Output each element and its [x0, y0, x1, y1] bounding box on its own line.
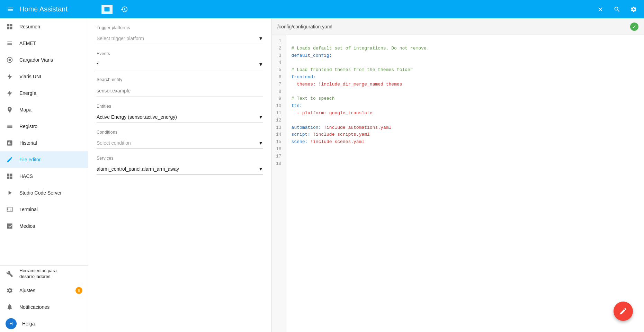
- search-entity-row: [97, 85, 263, 97]
- studio-code-icon: [6, 189, 14, 197]
- content-area: Trigger platforms Select trigger platfor…: [88, 18, 644, 332]
- services-value: alarm_control_panel.alarm_arm_away: [97, 166, 258, 172]
- entities-dropdown[interactable]: Active Energy (sensor.active_energy) ▼: [97, 111, 263, 123]
- events-dropdown[interactable]: * ▼: [97, 59, 263, 70]
- menu-icon[interactable]: [6, 5, 15, 14]
- close-icon[interactable]: [596, 5, 605, 14]
- line-numbers: 1 2 3 4 5 6 7 8 9 10 11 12 13 14 15 16 1: [272, 35, 286, 332]
- editor-header: /config/configuration.yaml ✓: [272, 18, 644, 35]
- sidebar: Resumen AEMET Cargador Viaris Viaris UNI…: [0, 18, 88, 332]
- sidebar-item-terminal[interactable]: Terminal: [0, 201, 88, 218]
- sidebar-label-mapa: Mapa: [19, 107, 32, 113]
- resumen-icon: [6, 23, 14, 31]
- sidebar-label-medios: Medios: [19, 223, 35, 229]
- energia-icon: [6, 89, 14, 97]
- search-icon[interactable]: [612, 5, 622, 14]
- entities-arrow: ▼: [258, 114, 263, 120]
- editor-panel: /config/configuration.yaml ✓ 1 2 3 4 5 6…: [272, 18, 644, 332]
- registro-icon: [6, 122, 14, 131]
- sidebar-label-historial: Historial: [19, 140, 37, 146]
- sidebar-label-registro: Registro: [19, 124, 37, 129]
- left-panel: Trigger platforms Select trigger platfor…: [88, 18, 272, 332]
- sidebar-label-ajustes: Ajustes: [19, 288, 35, 293]
- notificaciones-icon: [6, 303, 14, 311]
- ajustes-icon: [6, 286, 14, 295]
- entities-section-label: Entities: [97, 104, 263, 109]
- sidebar-label-studio-code: Studio Code Server: [19, 190, 62, 196]
- medios-icon: [6, 222, 14, 230]
- code-editor[interactable]: # Loads default set of integrations. Do …: [286, 35, 644, 332]
- sidebar-item-notificaciones[interactable]: Notificaciones: [0, 299, 88, 315]
- trigger-arrow: ▼: [258, 36, 263, 41]
- entities-value: Active Energy (sensor.active_energy): [97, 114, 258, 120]
- herramientas-icon: [6, 270, 14, 278]
- events-value: *: [97, 62, 258, 67]
- svg-point-2: [9, 59, 11, 61]
- sidebar-label-terminal: Terminal: [19, 207, 38, 212]
- sidebar-item-viaris[interactable]: Viaris UNI: [0, 68, 88, 85]
- sidebar-label-herramientas: Herramientas para desarrolladores: [19, 268, 82, 280]
- sidebar-item-studio-code[interactable]: Studio Code Server: [0, 185, 88, 201]
- conditions-dropdown[interactable]: Select condition ▼: [97, 137, 263, 149]
- events-section-label: Events: [97, 51, 263, 56]
- sidebar-label-hacs: HACS: [19, 173, 33, 179]
- sidebar-label-helga: Helga: [22, 321, 35, 326]
- sidebar-item-cargador[interactable]: Cargador Viaris: [0, 52, 88, 68]
- terminal-icon: [6, 205, 14, 214]
- fab-button[interactable]: [614, 302, 633, 321]
- search-entity-input[interactable]: [97, 88, 263, 93]
- avatar: H: [6, 318, 17, 329]
- file-editor-icon: [6, 155, 14, 164]
- sidebar-item-file-editor[interactable]: File editor: [0, 151, 88, 168]
- aemet-icon: [6, 39, 14, 47]
- sidebar-label-energia: Energía: [19, 90, 36, 96]
- sidebar-label-viaris: Viaris UNI: [19, 74, 41, 79]
- services-section-label: Services: [97, 156, 263, 161]
- search-section-label: Search entity: [97, 77, 263, 82]
- services-dropdown[interactable]: alarm_control_panel.alarm_arm_away ▼: [97, 163, 263, 175]
- history-icon[interactable]: [119, 5, 129, 14]
- settings-icon[interactable]: [629, 5, 638, 14]
- sidebar-item-historial[interactable]: Historial: [0, 135, 88, 151]
- editor-filename: /config/configuration.yaml: [277, 24, 627, 29]
- app-title: Home Assistant: [19, 5, 68, 13]
- sidebar-item-herramientas[interactable]: Herramientas para desarrolladores: [0, 266, 88, 282]
- sidebar-item-ajustes[interactable]: Ajustes 9: [0, 282, 88, 299]
- events-arrow: ▼: [258, 62, 263, 67]
- ajustes-badge: 9: [75, 287, 82, 294]
- conditions-section-label: Conditions: [97, 130, 263, 135]
- trigger-dropdown[interactable]: Select trigger platform ▼: [97, 33, 263, 44]
- cargador-icon: [6, 56, 14, 64]
- sidebar-label-cargador: Cargador Viaris: [19, 57, 53, 63]
- sidebar-bottom: Herramientas para desarrolladores Ajuste…: [0, 265, 88, 332]
- sidebar-item-hacs[interactable]: HACS: [0, 168, 88, 185]
- check-icon: ✓: [630, 23, 638, 31]
- sidebar-item-medios[interactable]: Medios: [0, 218, 88, 234]
- svg-rect-0: [105, 7, 110, 11]
- viaris-icon: [6, 72, 14, 81]
- main-layout: Resumen AEMET Cargador Viaris Viaris UNI…: [0, 18, 644, 332]
- historial-icon: [6, 139, 14, 147]
- sidebar-label-aemet: AEMET: [19, 41, 36, 46]
- sidebar-label-file-editor: File editor: [19, 157, 41, 162]
- topbar: Home Assistant: [0, 0, 644, 18]
- sidebar-item-resumen[interactable]: Resumen: [0, 18, 88, 35]
- sidebar-item-mapa[interactable]: Mapa: [0, 101, 88, 118]
- topbar-right: [596, 5, 638, 14]
- trigger-value: Select trigger platform: [97, 36, 258, 41]
- sidebar-label-notificaciones: Notificaciones: [19, 304, 50, 310]
- topbar-left: Home Assistant: [6, 5, 94, 14]
- topbar-center: [98, 5, 591, 14]
- trigger-section-label: Trigger platforms: [97, 25, 263, 30]
- sidebar-item-aemet[interactable]: AEMET: [0, 35, 88, 52]
- mapa-icon: [6, 106, 14, 114]
- services-arrow: ▼: [258, 166, 263, 172]
- file-button[interactable]: [101, 5, 113, 14]
- sidebar-item-energia[interactable]: Energía: [0, 85, 88, 101]
- conditions-value: Select condition: [97, 140, 258, 146]
- conditions-arrow: ▼: [258, 140, 263, 146]
- editor-body[interactable]: 1 2 3 4 5 6 7 8 9 10 11 12 13 14 15 16 1: [272, 35, 644, 332]
- sidebar-item-helga[interactable]: H Helga: [0, 315, 88, 332]
- sidebar-item-registro[interactable]: Registro: [0, 118, 88, 135]
- hacs-icon: [6, 172, 14, 180]
